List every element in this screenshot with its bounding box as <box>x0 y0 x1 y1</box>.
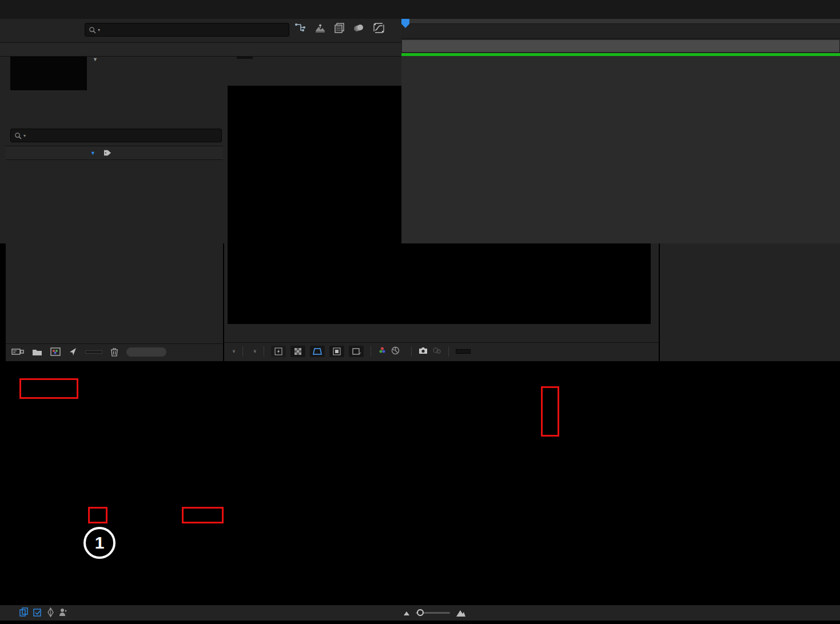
show-snapshot-icon[interactable] <box>432 347 441 356</box>
composition-mini-flowchart-icon[interactable] <box>294 23 306 35</box>
live-update-icon[interactable] <box>33 607 42 619</box>
sort-arrow-icon[interactable]: ▼ <box>90 150 95 156</box>
panel-resize-pill[interactable] <box>126 347 166 357</box>
search-icon <box>89 26 96 34</box>
snapshot-icon[interactable] <box>419 347 428 356</box>
annotation-box-timecode <box>19 378 78 399</box>
annotation-box-opacity-value <box>182 507 224 523</box>
motion-blur-icon[interactable] <box>353 23 365 34</box>
interpret-footage-icon[interactable] <box>11 347 24 356</box>
project-panel: ≡ ▼ ▾ ▼ <box>6 34 223 361</box>
resolution-select[interactable]: ∨ <box>250 349 257 354</box>
project-footer <box>6 343 223 359</box>
bpc-button[interactable] <box>85 350 102 354</box>
region-of-interest-icon[interactable] <box>329 346 344 357</box>
crop-icon[interactable] <box>349 346 364 357</box>
fast-previews-icon[interactable] <box>271 346 286 357</box>
zoom-in-mountain-icon[interactable] <box>456 609 466 617</box>
new-composition-icon[interactable] <box>50 347 61 356</box>
timeline-tracks[interactable] <box>401 19 840 243</box>
exposure-icon[interactable] <box>391 346 400 357</box>
channel-icon[interactable] <box>378 346 387 356</box>
draft-3d-icon[interactable] <box>314 23 326 35</box>
work-area-bar[interactable] <box>401 39 840 53</box>
time-ruler[interactable] <box>401 19 840 39</box>
label-column-icon[interactable] <box>103 149 112 157</box>
cached-frames-indicator <box>401 53 840 56</box>
annotation-number-1: 1 <box>83 527 116 559</box>
project-search-input[interactable]: ▾ <box>10 129 222 142</box>
status-bar <box>0 605 840 621</box>
zoom-out-mountain-icon[interactable] <box>403 610 410 616</box>
mask-visibility-icon[interactable] <box>310 346 325 357</box>
user-icon[interactable] <box>59 608 67 618</box>
viewer-timecode[interactable] <box>456 349 471 354</box>
adjustment-icon[interactable] <box>69 347 77 356</box>
comp-thumbnail <box>10 55 87 90</box>
graph-editor-icon[interactable] <box>373 23 384 35</box>
new-folder-icon[interactable] <box>32 348 42 356</box>
annotation-box-stopwatch <box>88 507 108 523</box>
search-icon <box>14 132 22 139</box>
draft-icon[interactable] <box>47 607 54 619</box>
frame-blending-icon[interactable] <box>335 23 345 35</box>
project-table-header: ▼ <box>6 146 223 160</box>
trash-icon[interactable] <box>110 347 118 357</box>
zoom-slider[interactable] <box>416 612 450 614</box>
viewer-controls: ∨ ∨ <box>224 342 659 359</box>
annotation-box-playhead <box>541 386 559 437</box>
timeline-search-input[interactable]: ▾ <box>85 23 289 37</box>
zoom-slider-knob[interactable] <box>417 609 424 616</box>
magnification-select[interactable]: ∨ <box>229 349 236 354</box>
timeline-zoom-control <box>403 605 466 621</box>
transparency-grid-icon[interactable] <box>290 346 305 357</box>
render-queue-icon[interactable] <box>19 607 29 619</box>
